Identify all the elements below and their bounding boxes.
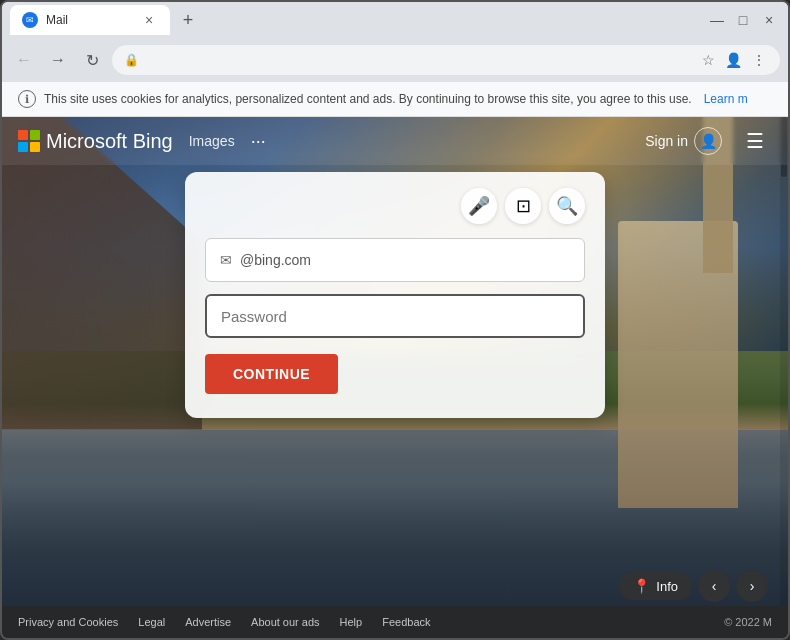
maximize-button[interactable]: □ [732,9,754,31]
footer-advertise-link[interactable]: Advertise [185,616,231,628]
footer-help-link[interactable]: Help [340,616,363,628]
url-bar[interactable]: 🔒 ☆ 👤 ⋮ [112,45,780,75]
signin-label: Sign in [645,133,688,149]
learn-more-link[interactable]: Learn m [704,92,748,106]
search-icon: 🔍 [556,195,578,217]
next-image-button[interactable]: › [736,570,768,602]
visual-search-button[interactable]: ⊡ [505,188,541,224]
active-tab[interactable]: ✉ Mail × [10,5,170,35]
prev-image-button[interactable]: ‹ [698,570,730,602]
cookie-message: This site uses cookies for analytics, pe… [44,92,692,106]
page-content: Microsoft Bing Images ··· Sign in 👤 ☰ 🎤 … [2,117,788,638]
ms-square-blue [18,142,28,152]
footer-links: Privacy and Cookies Legal Advertise Abou… [18,616,431,628]
minimize-button[interactable]: — [706,9,728,31]
footer-copyright: © 2022 M [724,616,772,628]
footer-about-ads-link[interactable]: About our ads [251,616,320,628]
continue-button[interactable]: CONTINUE [205,354,338,394]
browser-frame: ✉ Mail × + — □ × ← → ↻ 🔒 ☆ 👤 ⋮ ℹ Th [0,0,790,640]
lock-icon: 🔒 [124,53,139,67]
hamburger-menu-button[interactable]: ☰ [738,125,772,157]
close-button[interactable]: × [758,9,780,31]
tab-area: ✉ Mail × + [10,5,694,35]
info-pill[interactable]: 📍 Info [619,572,692,600]
back-button[interactable]: ← [10,46,38,74]
footer-feedback-link[interactable]: Feedback [382,616,430,628]
menu-icon[interactable]: ⋮ [750,50,768,70]
mic-search-button[interactable]: 🎤 [461,188,497,224]
window-controls: — □ × [706,9,780,31]
search-button[interactable]: 🔍 [549,188,585,224]
ms-square-red [18,130,28,140]
url-actions: ☆ 👤 ⋮ [700,50,768,70]
bing-logo[interactable]: Microsoft Bing [18,130,173,153]
bing-navbar: Microsoft Bing Images ··· Sign in 👤 ☰ [2,117,788,165]
page-footer: Privacy and Cookies Legal Advertise Abou… [2,606,788,638]
bing-brand-name: Microsoft Bing [46,130,173,153]
signin-profile-icon: 👤 [694,127,722,155]
email-icon: ✉ [220,252,232,268]
ms-square-green [30,130,40,140]
login-search-container: 🎤 ⊡ 🔍 ✉ @bing.com CONTINUE [185,172,605,418]
visual-search-icon: ⊡ [516,195,531,217]
mic-icon: 🎤 [468,195,490,217]
email-value: @bing.com [240,252,311,268]
tab-favicon: ✉ [22,12,38,28]
address-bar: ← → ↻ 🔒 ☆ 👤 ⋮ [2,38,788,82]
sign-in-button[interactable]: Sign in 👤 [645,127,722,155]
title-bar: ✉ Mail × + — □ × [2,2,788,38]
bottom-info-bar: 📍 Info ‹ › [619,570,768,602]
password-field-wrapper [205,294,585,338]
refresh-button[interactable]: ↻ [78,46,106,74]
forward-button[interactable]: → [44,46,72,74]
new-tab-button[interactable]: + [174,6,202,34]
password-input[interactable] [205,294,585,338]
scrollbar[interactable] [780,117,788,638]
images-nav-link[interactable]: Images [189,133,235,149]
cookie-notification-bar: ℹ This site uses cookies for analytics, … [2,82,788,117]
search-icons-row: 🎤 ⊡ 🔍 [205,188,585,224]
ms-square-yellow [30,142,40,152]
location-pin-icon: 📍 [633,578,650,594]
info-label: Info [656,579,678,594]
profile-icon[interactable]: 👤 [723,50,744,70]
bookmark-icon[interactable]: ☆ [700,50,717,70]
more-nav-dots[interactable]: ··· [251,131,266,152]
microsoft-logo [18,130,40,152]
info-icon: ℹ [18,90,36,108]
tab-close-button[interactable]: × [140,11,158,29]
email-display-field[interactable]: ✉ @bing.com [205,238,585,282]
tab-title: Mail [46,13,68,27]
footer-privacy-link[interactable]: Privacy and Cookies [18,616,118,628]
footer-legal-link[interactable]: Legal [138,616,165,628]
